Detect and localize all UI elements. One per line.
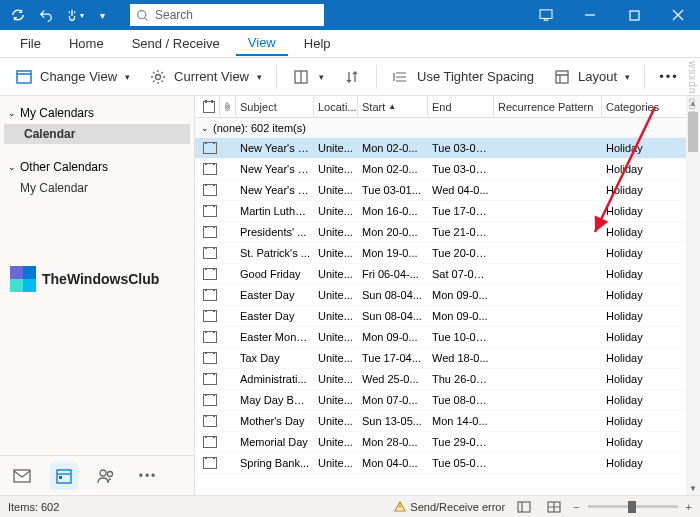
cell-end: Mon 09-0... — [428, 310, 494, 322]
scroll-down-button[interactable]: ▼ — [686, 481, 700, 495]
tighter-spacing-button[interactable]: Use Tighter Spacing — [383, 63, 542, 91]
table-row[interactable]: New Year's D...Unite...Mon 02-0...Tue 03… — [195, 159, 700, 180]
cell-subject: Spring Bank... — [236, 457, 314, 469]
table-row[interactable]: Spring Bank...Unite...Mon 04-0...Tue 05-… — [195, 453, 700, 474]
change-view-button[interactable]: Change View▾ — [6, 63, 138, 91]
table-row[interactable]: New Year's D...Unite...Mon 02-0...Tue 03… — [195, 138, 700, 159]
cell-end: Thu 26-04... — [428, 373, 494, 385]
sync-icon[interactable] — [6, 3, 30, 27]
view-reading-button[interactable] — [543, 498, 565, 516]
cell-location: Unite... — [314, 268, 358, 280]
zoom-plus-icon[interactable]: + — [686, 501, 692, 513]
col-attachment[interactable] — [220, 96, 236, 117]
layout-button[interactable]: Layout▾ — [544, 63, 638, 91]
col-location[interactable]: Locati... — [314, 96, 358, 117]
cell-start: Fri 06-04-... — [358, 268, 428, 280]
table-row[interactable]: Good FridayUnite...Fri 06-04-...Sat 07-0… — [195, 264, 700, 285]
cell-start: Sun 13-05... — [358, 415, 428, 427]
cell-start: Mon 04-0... — [358, 457, 428, 469]
col-icon[interactable] — [195, 96, 220, 117]
col-subject[interactable]: Subject — [236, 96, 314, 117]
nav-calendar-button[interactable] — [50, 462, 78, 490]
table-row[interactable]: Easter DayUnite...Sun 08-04...Mon 09-0..… — [195, 306, 700, 327]
close-button[interactable] — [656, 0, 700, 30]
svg-rect-3 — [17, 71, 31, 83]
zoom-minus-icon[interactable]: − — [573, 501, 579, 513]
undo-icon[interactable] — [34, 3, 58, 27]
sidebar-item-calendar[interactable]: Calendar — [4, 124, 190, 144]
table-row[interactable]: Presidents' ...Unite...Mon 20-0...Tue 21… — [195, 222, 700, 243]
table-row[interactable]: St. Patrick's ...Unite...Mon 19-0...Tue … — [195, 243, 700, 264]
gear-icon — [148, 67, 168, 87]
calendar-icon — [203, 457, 217, 469]
table-row[interactable]: Administrati...Unite...Wed 25-0...Thu 26… — [195, 369, 700, 390]
col-recurrence[interactable]: Recurrence Pattern — [494, 96, 602, 117]
calendar-icon — [203, 373, 217, 385]
calendar-icon — [203, 163, 217, 175]
svg-point-4 — [156, 74, 161, 79]
qat-customize-icon[interactable]: ▾ — [90, 3, 114, 27]
warning-icon — [394, 501, 406, 513]
cell-location: Unite... — [314, 394, 358, 406]
ellipsis-icon: ••• — [139, 469, 158, 483]
table-row[interactable]: Easter Mond...Unite...Mon 09-0...Tue 10-… — [195, 327, 700, 348]
main-area: ⌄My Calendars Calendar ⌄Other Calendars … — [0, 96, 700, 495]
table-row[interactable]: Mother's DayUnite...Sun 13-05...Mon 14-0… — [195, 411, 700, 432]
minimize-button[interactable] — [568, 0, 612, 30]
caret-down-icon: ⌄ — [8, 162, 16, 172]
sidebar: ⌄My Calendars Calendar ⌄Other Calendars … — [0, 96, 195, 495]
svg-rect-1 — [540, 10, 552, 19]
touch-mode-icon[interactable]: ▾ — [62, 3, 86, 27]
calendar-icon — [203, 247, 217, 259]
zoom-slider[interactable] — [588, 505, 678, 508]
group-row[interactable]: ⌄ (none): 602 item(s) — [195, 118, 700, 138]
ribbon-display-button[interactable] — [524, 9, 568, 21]
sort-asc-icon: ▲ — [388, 102, 396, 111]
table-row[interactable]: Easter DayUnite...Sun 08-04...Mon 09-0..… — [195, 285, 700, 306]
menu-home[interactable]: Home — [57, 32, 116, 55]
table-row[interactable]: New Year's D...Unite...Tue 03-01...Wed 0… — [195, 180, 700, 201]
table-row[interactable]: Tax DayUnite...Tue 17-04...Wed 18-0...Ho… — [195, 348, 700, 369]
nav-bar: ••• — [0, 455, 194, 495]
table-row[interactable]: Martin Luthe...Unite...Mon 16-0...Tue 17… — [195, 201, 700, 222]
change-view-icon — [14, 67, 34, 87]
sort-icon — [342, 67, 362, 87]
cell-end: Tue 17-01... — [428, 205, 494, 217]
table-row[interactable]: May Day Ban...Unite...Mon 07-0...Tue 08-… — [195, 390, 700, 411]
cell-subject: Martin Luthe... — [236, 205, 314, 217]
status-send-error[interactable]: Send/Receive error — [394, 501, 505, 513]
slider-thumb[interactable] — [628, 501, 636, 513]
statusbar: Items: 602 Send/Receive error − + — [0, 495, 700, 517]
table-row[interactable]: Memorial DayUnite...Mon 28-0...Tue 29-05… — [195, 432, 700, 453]
sort-button[interactable] — [334, 63, 370, 91]
current-view-button[interactable]: Current View▾ — [140, 63, 270, 91]
col-end[interactable]: End — [428, 96, 494, 117]
calendar-icon — [203, 184, 217, 196]
vertical-scrollbar[interactable]: ▲ ▼ — [686, 96, 700, 495]
search-input[interactable]: Search — [130, 4, 324, 26]
menu-view[interactable]: View — [236, 31, 288, 56]
cell-end: Mon 14-0... — [428, 415, 494, 427]
cell-location: Unite... — [314, 331, 358, 343]
calendar-group-other[interactable]: ⌄Other Calendars — [0, 156, 194, 178]
cell-start: Sun 08-04... — [358, 289, 428, 301]
cell-start: Mon 20-0... — [358, 226, 428, 238]
view-normal-button[interactable] — [513, 498, 535, 516]
menu-send-receive[interactable]: Send / Receive — [120, 32, 232, 55]
menu-help[interactable]: Help — [292, 32, 343, 55]
calendar-group-my[interactable]: ⌄My Calendars — [0, 102, 194, 124]
maximize-button[interactable] — [612, 0, 656, 30]
menu-file[interactable]: File — [8, 32, 53, 55]
columns-button[interactable]: ▾ — [283, 63, 332, 91]
sidebar-item-my-calendar[interactable]: My Calendar — [0, 178, 194, 198]
more-commands-button[interactable]: ••• — [651, 65, 687, 88]
search-container: Search — [130, 4, 324, 26]
logo-icon — [10, 266, 36, 292]
nav-more-button[interactable]: ••• — [134, 462, 162, 490]
chevron-down-icon: ▾ — [319, 72, 324, 82]
ellipsis-icon: ••• — [659, 69, 679, 84]
mail-icon — [13, 469, 31, 483]
nav-people-button[interactable] — [92, 462, 120, 490]
nav-mail-button[interactable] — [8, 462, 36, 490]
col-start[interactable]: Start ▲ — [358, 96, 428, 117]
